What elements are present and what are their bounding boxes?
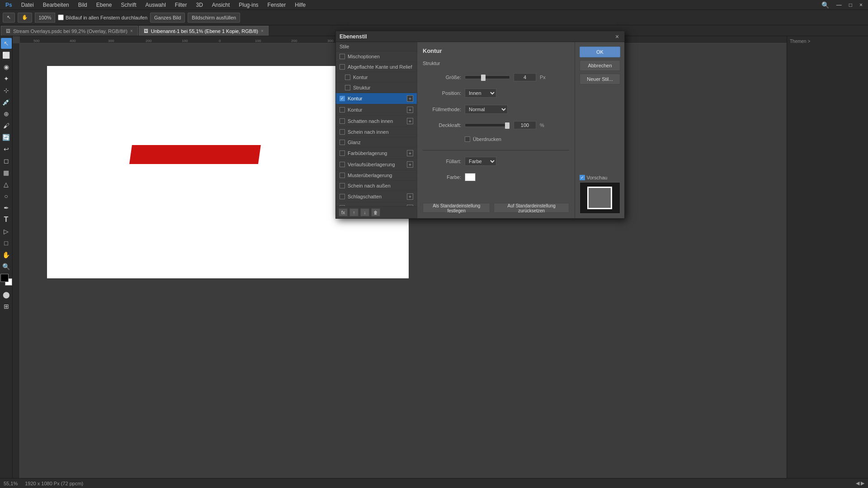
lasso-tool[interactable]: ◉ bbox=[1, 61, 12, 72]
neuer-stil-button[interactable]: Neuer Stil... bbox=[580, 74, 620, 84]
window-close[interactable]: × bbox=[858, 1, 864, 9]
move-tool-btn[interactable]: ↖ bbox=[3, 13, 15, 23]
window-maximize[interactable]: □ bbox=[847, 1, 854, 9]
add-btn-3[interactable]: + bbox=[407, 95, 413, 102]
hand-tool[interactable]: ✋ bbox=[1, 249, 12, 260]
deckkraft-slider-thumb[interactable] bbox=[505, 122, 509, 129]
menu-hilfe[interactable]: Hilfe bbox=[293, 1, 307, 9]
deckkraft-slider[interactable] bbox=[465, 123, 510, 127]
search-icon[interactable]: 🔍 bbox=[820, 0, 831, 9]
tab-unbenannt[interactable]: 🖼 Unbenannt-1 bei 55,1% (Ebene 1 Kopie, … bbox=[139, 26, 269, 36]
eyedropper-tool[interactable]: 💉 bbox=[1, 97, 12, 108]
standard-festlegen-btn[interactable]: Als Standardeinstellung festlegen bbox=[423, 203, 490, 213]
style-item-4[interactable]: Kontur + bbox=[336, 104, 417, 116]
check-12[interactable] bbox=[340, 194, 345, 199]
check-9[interactable] bbox=[340, 162, 345, 167]
style-item-2[interactable]: Struktur bbox=[336, 83, 417, 93]
vorschau-checkbox[interactable]: ✓ bbox=[580, 175, 585, 180]
zoom-input[interactable]: 100% bbox=[35, 13, 55, 23]
style-item-9[interactable]: Verlaufsüberlagerung + bbox=[336, 159, 417, 170]
dialog-close-button[interactable]: × bbox=[613, 33, 621, 40]
check-11[interactable] bbox=[340, 183, 345, 188]
check-3[interactable]: ✓ bbox=[340, 96, 345, 101]
menu-bild[interactable]: Bild bbox=[76, 1, 89, 9]
hand-tool-btn[interactable]: ✋ bbox=[18, 13, 32, 23]
check-0[interactable] bbox=[340, 64, 345, 70]
menu-datei[interactable]: Datei bbox=[19, 1, 36, 9]
style-item-7[interactable]: Glanz bbox=[336, 137, 417, 148]
clone-tool[interactable]: 🔄 bbox=[1, 132, 12, 143]
menu-schrift[interactable]: Schrift bbox=[119, 1, 138, 9]
style-item-mischoptionen[interactable]: Mischoptionen bbox=[336, 52, 417, 62]
screen-mode-btn[interactable]: ⊞ bbox=[1, 301, 12, 312]
menu-bearbeiten[interactable]: Bearbeiten bbox=[41, 1, 71, 9]
add-btn-4[interactable]: + bbox=[407, 107, 413, 113]
menu-ebene[interactable]: Ebene bbox=[94, 1, 114, 9]
groesse-input[interactable]: 4 bbox=[514, 73, 536, 81]
ueberdrucken-checkbox[interactable] bbox=[465, 136, 470, 142]
add-btn-5[interactable]: + bbox=[407, 118, 413, 124]
wand-tool[interactable]: ✦ bbox=[1, 73, 12, 84]
groesse-slider[interactable] bbox=[465, 75, 510, 79]
check-5[interactable] bbox=[340, 118, 345, 124]
position-select[interactable]: Innen Außen Mitte bbox=[465, 89, 496, 98]
standard-zuruecksetzen-btn[interactable]: Auf Standardeinstellung zurücksetzen bbox=[494, 203, 569, 213]
check-1[interactable] bbox=[345, 75, 350, 80]
style-item-8[interactable]: Farbüberlagerung + bbox=[336, 148, 417, 159]
move-up-btn[interactable]: ↑ bbox=[349, 208, 359, 216]
style-item-11[interactable]: Schein nach außen bbox=[336, 181, 417, 191]
ok-button[interactable]: OK bbox=[580, 47, 620, 57]
style-item-10[interactable]: Musterüberlagerung bbox=[336, 170, 417, 181]
style-item-0[interactable]: Abgeflachte Kante und Relief bbox=[336, 62, 417, 72]
ebenenstil-dialog[interactable]: Ebenenstil × Stile Mischoptionen Abgefl bbox=[335, 31, 625, 219]
check-4[interactable] bbox=[340, 107, 345, 113]
abbrechen-button[interactable]: Abbrechen bbox=[580, 60, 620, 71]
style-item-6[interactable]: Schein nach innen bbox=[336, 127, 417, 137]
check-8[interactable] bbox=[340, 150, 345, 156]
check-7[interactable] bbox=[340, 140, 345, 145]
selection-tool[interactable]: ⬜ bbox=[1, 50, 12, 61]
style-item-3[interactable]: ✓ Kontur + bbox=[336, 93, 417, 104]
foreground-color[interactable] bbox=[0, 274, 9, 282]
eraser-tool[interactable]: ◻ bbox=[1, 155, 12, 166]
mischoptionen-check[interactable] bbox=[340, 54, 345, 59]
brush-tool[interactable]: 🖌 bbox=[1, 120, 12, 131]
gradient-tool[interactable]: ▦ bbox=[1, 167, 12, 178]
check-2[interactable] bbox=[345, 85, 350, 90]
menu-fenster[interactable]: Fenster bbox=[266, 1, 288, 9]
fill-screen-btn[interactable]: Bildschirm ausfüllen bbox=[188, 13, 240, 23]
crop-tool[interactable]: ⊹ bbox=[1, 85, 12, 96]
fuellmethode-select[interactable]: Normal Multiplizieren bbox=[465, 105, 508, 114]
style-item-1[interactable]: Kontur bbox=[336, 72, 417, 83]
add-btn-12[interactable]: + bbox=[407, 193, 413, 200]
text-tool[interactable]: T bbox=[1, 214, 12, 225]
spot-heal-tool[interactable]: ⊕ bbox=[1, 108, 12, 119]
path-select-tool[interactable]: ▷ bbox=[1, 226, 12, 237]
menu-auswahl[interactable]: Auswahl bbox=[143, 1, 167, 9]
move-tool[interactable]: ↖ bbox=[1, 38, 12, 49]
tab-close-1[interactable]: × bbox=[261, 28, 264, 33]
move-down-btn[interactable]: ↓ bbox=[360, 208, 369, 216]
tab-close-0[interactable]: × bbox=[130, 28, 133, 33]
menu-plugins[interactable]: Plug-ins bbox=[237, 1, 260, 9]
pen-tool[interactable]: ✒ bbox=[1, 202, 12, 213]
zoom-tool[interactable]: 🔍 bbox=[1, 261, 12, 272]
check-6[interactable] bbox=[340, 129, 345, 135]
deckkraft-input[interactable]: 100 bbox=[514, 121, 536, 129]
blur-tool[interactable]: △ bbox=[1, 179, 12, 190]
style-item-13[interactable]: Schlagschatten + bbox=[336, 202, 417, 206]
menu-ansicht[interactable]: Ansicht bbox=[210, 1, 231, 9]
menu-3d[interactable]: 3D bbox=[194, 1, 205, 9]
dodge-tool[interactable]: ○ bbox=[1, 191, 12, 202]
check-10[interactable] bbox=[340, 173, 345, 178]
farbe-swatch[interactable] bbox=[465, 173, 476, 181]
menu-filter[interactable]: Filter bbox=[173, 1, 189, 9]
tab-stream-overlays[interactable]: 🖼 Stream Overlays.psdc bei 99,2% (Overla… bbox=[1, 26, 138, 36]
add-btn-8[interactable]: + bbox=[407, 150, 413, 156]
groesse-slider-thumb[interactable] bbox=[481, 75, 486, 81]
add-btn-9[interactable]: + bbox=[407, 161, 413, 168]
shape-tool[interactable]: □ bbox=[1, 238, 12, 249]
style-item-5[interactable]: Schatten nach innen + bbox=[336, 116, 417, 127]
scroll-all-checkbox[interactable] bbox=[58, 14, 64, 20]
delete-btn[interactable]: 🗑 bbox=[371, 208, 380, 216]
